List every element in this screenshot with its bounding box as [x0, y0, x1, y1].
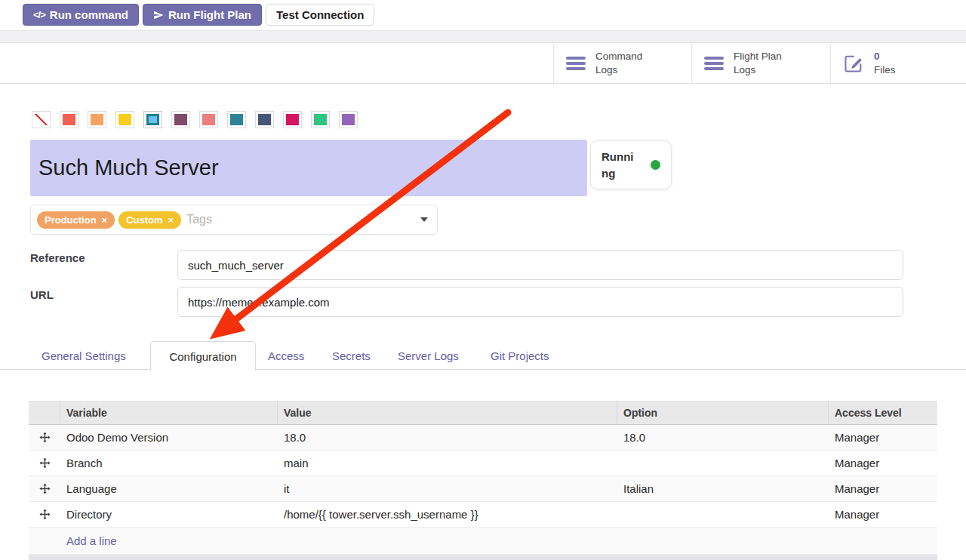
files-button[interactable]: 0 Files: [830, 44, 966, 83]
color-swatch[interactable]: [339, 111, 358, 128]
page-title: Such Much Server: [38, 155, 219, 180]
test-connection-button[interactable]: Test Connection: [266, 4, 374, 26]
code-icon: </>: [33, 9, 45, 20]
table-row[interactable]: Odoo Demo Version 18.0 18.0 Manager: [29, 425, 937, 451]
cell-access-level[interactable]: Manager: [829, 482, 937, 495]
cell-variable[interactable]: Language: [60, 482, 278, 495]
notebook-tabs: General Settings Configuration Access Se…: [0, 341, 966, 370]
remove-tag-icon[interactable]: ×: [168, 214, 174, 226]
column-option: Option: [617, 401, 829, 424]
reference-value: such_much_server: [188, 259, 284, 272]
paper-plane-icon: [153, 10, 164, 20]
column-value: Value: [278, 401, 617, 424]
table-header: Variable Value Option Access Level: [29, 401, 937, 425]
column-access-level: Access Level: [829, 401, 937, 424]
header-divider: [0, 83, 966, 84]
cell-access-level[interactable]: Manager: [829, 431, 937, 444]
edit-pencil-icon: [843, 53, 864, 74]
tag-label: Production: [45, 214, 97, 226]
color-swatch-selected[interactable]: [143, 111, 162, 128]
cell-value[interactable]: 18.0: [278, 431, 617, 444]
tags-placeholder: Tags: [186, 213, 212, 226]
table-row[interactable]: Language it Italian Manager: [29, 476, 937, 502]
cell-value[interactable]: /home/{{ tower.server.ssh_username }}: [278, 508, 617, 521]
run-command-label: Run command: [50, 8, 128, 21]
drag-handle-icon[interactable]: [29, 483, 60, 494]
stat-button-area: Command Logs Flight Plan Logs 0 Files: [553, 44, 966, 83]
cell-access-level[interactable]: Manager: [829, 508, 937, 521]
tab-access[interactable]: Access: [268, 349, 304, 362]
tab-general-settings[interactable]: General Settings: [42, 349, 126, 362]
tags-field[interactable]: Production × Custom × Tags: [30, 205, 438, 235]
color-swatch[interactable]: [311, 111, 330, 128]
cell-option[interactable]: 18.0: [617, 431, 829, 444]
table-footer-strip: [29, 555, 937, 560]
test-connection-label: Test Connection: [276, 8, 364, 21]
add-a-line-link[interactable]: Add a line: [66, 534, 117, 547]
color-swatch[interactable]: [171, 111, 190, 128]
command-logs-label-line2: Logs: [595, 63, 642, 77]
list-icon: [704, 57, 724, 70]
color-swatch[interactable]: [88, 111, 106, 128]
cell-variable[interactable]: Directory: [60, 508, 278, 521]
cell-variable[interactable]: Branch: [60, 457, 278, 469]
url-label: URL: [30, 288, 54, 301]
color-swatch-none[interactable]: [32, 111, 51, 128]
server-form-page: </> Run command Run Flight Plan Test Con…: [0, 0, 966, 560]
tag-production[interactable]: Production ×: [37, 211, 115, 229]
reference-input[interactable]: such_much_server: [177, 250, 903, 280]
action-toolbar: </> Run command Run Flight Plan Test Con…: [0, 0, 966, 30]
command-logs-button[interactable]: Command Logs: [553, 44, 691, 83]
configuration-table: Variable Value Option Access Level Odoo …: [29, 401, 937, 560]
cell-variable[interactable]: Odoo Demo Version: [60, 431, 278, 444]
tab-secrets[interactable]: Secrets: [332, 349, 371, 362]
cell-option[interactable]: Italian: [617, 482, 829, 495]
drag-handle-icon[interactable]: [29, 432, 60, 443]
command-logs-label-line1: Command: [595, 50, 642, 63]
run-flight-plan-button[interactable]: Run Flight Plan: [143, 4, 262, 26]
cell-value[interactable]: main: [278, 457, 617, 469]
files-count: 0: [874, 50, 896, 63]
page-background-strip: [0, 30, 966, 43]
tag-label: Custom: [126, 214, 162, 226]
status-dot: [651, 160, 660, 170]
add-line-row: Add a line: [29, 528, 937, 555]
table-row[interactable]: Directory /home/{{ tower.server.ssh_user…: [29, 502, 937, 528]
status-label: Running: [601, 149, 639, 182]
color-swatch[interactable]: [255, 111, 274, 128]
reference-label: Reference: [30, 251, 85, 264]
files-label: Files: [874, 63, 896, 77]
table-row[interactable]: Branch main Manager: [29, 451, 937, 476]
color-swatch[interactable]: [60, 111, 78, 128]
run-command-button[interactable]: </> Run command: [23, 4, 139, 26]
color-palette: [32, 111, 358, 128]
column-variable: Variable: [60, 401, 278, 424]
tab-server-logs[interactable]: Server Logs: [398, 349, 459, 362]
chevron-down-icon[interactable]: [420, 217, 428, 222]
remove-tag-icon[interactable]: ×: [102, 214, 108, 226]
url-input[interactable]: https://memes.example.com: [177, 287, 903, 317]
tab-configuration[interactable]: Configuration: [150, 341, 256, 371]
status-badge[interactable]: Running: [590, 140, 672, 189]
flight-plan-logs-button[interactable]: Flight Plan Logs: [691, 44, 830, 83]
run-flight-plan-label: Run Flight Plan: [168, 8, 251, 21]
flight-plan-logs-label-line1: Flight Plan: [734, 50, 782, 63]
drag-handle-icon[interactable]: [29, 509, 60, 520]
url-value: https://memes.example.com: [188, 296, 330, 309]
drag-handle-icon[interactable]: [29, 457, 60, 469]
list-icon: [566, 57, 586, 70]
tag-custom[interactable]: Custom ×: [118, 211, 181, 229]
cell-value[interactable]: it: [278, 482, 617, 495]
color-swatch[interactable]: [199, 111, 218, 128]
cell-access-level[interactable]: Manager: [829, 457, 937, 469]
flight-plan-logs-label-line2: Logs: [734, 63, 782, 77]
server-name-field[interactable]: Such Much Server: [30, 140, 587, 196]
color-swatch[interactable]: [227, 111, 246, 128]
color-swatch[interactable]: [283, 111, 302, 128]
color-swatch[interactable]: [115, 111, 134, 128]
tab-git-projects[interactable]: Git Projects: [491, 349, 549, 362]
